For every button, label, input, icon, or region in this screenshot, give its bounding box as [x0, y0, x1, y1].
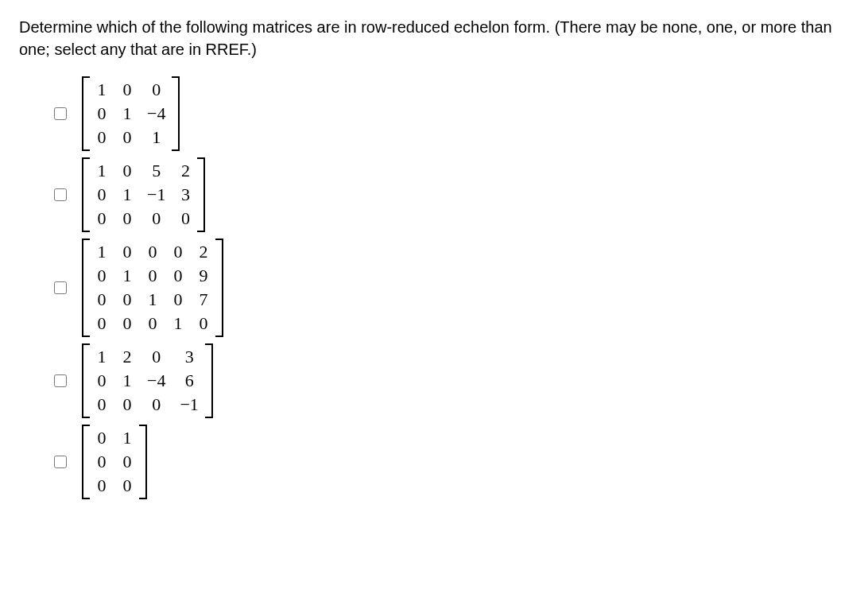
- option-3-checkbox[interactable]: [54, 281, 67, 294]
- option-4-checkbox[interactable]: [54, 374, 67, 387]
- question-text: Determine which of the following matrice…: [19, 16, 849, 60]
- matrix-5: 01 00 00: [82, 425, 147, 499]
- option-4[interactable]: 1203 01−46 000−1: [51, 343, 849, 418]
- option-2[interactable]: 1052 01−13 0000: [51, 157, 849, 232]
- matrix-3: 10002 01009 00107 00010: [82, 239, 223, 337]
- matrix-4: 1203 01−46 000−1: [82, 343, 213, 418]
- matrix-2: 1052 01−13 0000: [82, 157, 205, 232]
- option-3[interactable]: 10002 01009 00107 00010: [51, 239, 849, 337]
- option-5-checkbox[interactable]: [54, 456, 67, 468]
- option-1[interactable]: 100 01−4 001: [51, 76, 849, 151]
- option-2-checkbox[interactable]: [54, 188, 67, 201]
- option-1-checkbox[interactable]: [54, 107, 67, 120]
- options-list: 100 01−4 001 1052 01−13 0000 10002 01009: [19, 76, 849, 499]
- option-5[interactable]: 01 00 00: [51, 425, 849, 499]
- matrix-1: 100 01−4 001: [82, 76, 180, 151]
